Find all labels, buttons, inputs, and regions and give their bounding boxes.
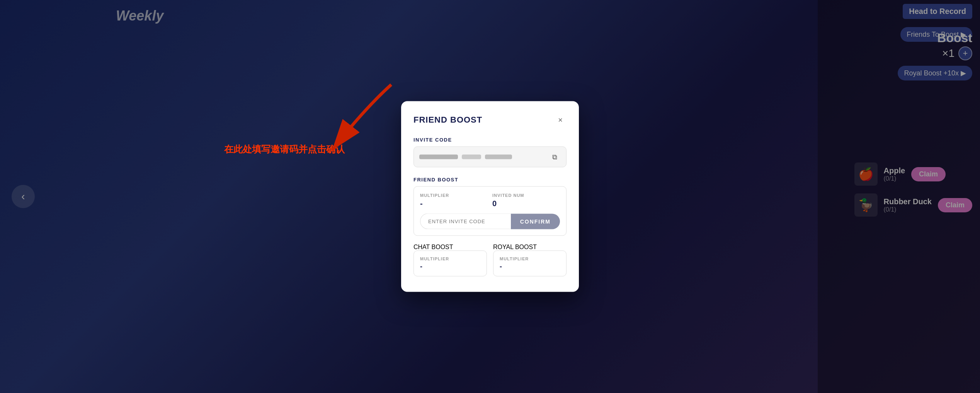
royal-boost-section: ROYAL BOOST MULTIPLIER - <box>493 244 567 277</box>
royal-boost-stats: MULTIPLIER - <box>493 251 567 277</box>
code-blur-1 <box>419 155 458 159</box>
modal-header: FRIEND BOOST × <box>413 114 567 126</box>
modal-title: FRIEND BOOST <box>413 115 482 125</box>
confirm-button[interactable]: CONFIRM <box>511 214 560 229</box>
royal-multiplier-value: - <box>500 263 560 271</box>
chat-multiplier-label: MULTIPLIER <box>420 256 480 261</box>
chinese-annotation-text: 在此处填写邀请码并点击确认 <box>224 143 345 155</box>
friend-boost-stats: MULTIPLIER - INVITED NUM 0 CONFIRM <box>413 186 567 236</box>
bottom-boost-grid: CHAT BOOST MULTIPLIER - ROYAL BOOST MULT… <box>413 244 567 277</box>
invite-code-section: INVITE CODE ⧉ <box>413 137 567 167</box>
chat-boost-title: CHAT BOOST <box>413 244 487 251</box>
invite-code-label: INVITE CODE <box>413 137 567 143</box>
invite-input-row: CONFIRM <box>420 214 560 229</box>
multiplier-value: - <box>420 199 488 208</box>
chat-multiplier-value: - <box>420 263 480 271</box>
friend-boost-modal: FRIEND BOOST × INVITE CODE ⧉ FRIEND BOOS… <box>401 101 579 292</box>
invite-code-value <box>419 155 544 159</box>
friend-boost-label: FRIEND BOOST <box>413 177 567 183</box>
close-button[interactable]: × <box>554 114 567 126</box>
chat-boost-stats: MULTIPLIER - <box>413 251 487 277</box>
multiplier-stat: MULTIPLIER - <box>420 193 488 208</box>
invited-num-stat: INVITED NUM 0 <box>492 193 560 208</box>
copy-icon[interactable]: ⧉ <box>548 151 561 163</box>
royal-boost-title: ROYAL BOOST <box>493 244 567 251</box>
friend-boost-section: FRIEND BOOST MULTIPLIER - INVITED NUM 0 … <box>413 177 567 236</box>
stats-grid: MULTIPLIER - INVITED NUM 0 <box>420 193 560 208</box>
royal-multiplier-label: MULTIPLIER <box>500 256 560 261</box>
invited-num-label: INVITED NUM <box>492 193 560 198</box>
invite-code-input[interactable] <box>420 214 511 229</box>
invited-num-value: 0 <box>492 199 560 208</box>
code-blur-2 <box>462 155 481 159</box>
chat-boost-section: CHAT BOOST MULTIPLIER - <box>413 244 487 277</box>
code-blur-3 <box>485 155 512 159</box>
multiplier-label: MULTIPLIER <box>420 193 488 198</box>
invite-code-box: ⧉ <box>413 147 567 167</box>
